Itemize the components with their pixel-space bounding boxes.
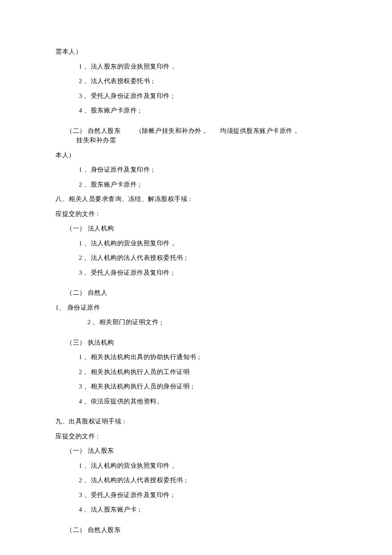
section-subtitle: 应提交的文件 : <box>55 209 337 219</box>
list-item: 4 、法人股东账户卡 ; <box>55 505 337 515</box>
section-title: 九、出具股权证明手续 : <box>55 417 337 426</box>
subsection-heading: （二） 自然人股东 <box>55 525 337 535</box>
list-item: 2 、相关部门的证明文件 ; <box>55 317 337 327</box>
continuation-text: 需本人） <box>55 47 337 57</box>
list-item: 2 、相关执法机构执行人员的工作证明 <box>55 367 337 377</box>
list-item: 1 、身份证原件及复印件 ; <box>55 165 337 175</box>
heading-seg: （除帐户挂失和补办外， <box>135 126 208 136</box>
section-subtitle: 应提交的文件 : <box>55 431 337 441</box>
list-item: 2 、法人代表授权委托书 ; <box>55 76 337 86</box>
list-item: 2 、法人机构的法人代表授权委托书 ; <box>55 253 337 263</box>
list-item: 4 、股东账户卡原件 ; <box>55 106 337 115</box>
list-item: 2 、法人机构的法人代表授权委托书 ; <box>55 475 337 485</box>
list-item: 1 、法人股东的营业执照复印件， <box>55 62 337 72</box>
list-item: 1 、相关执法机构出具的协助执行通知书 ; <box>55 352 337 362</box>
subsection-heading: （二） 自然人 <box>55 288 337 298</box>
list-item: 1 、法人机构的营业执照复印件， <box>55 239 337 248</box>
list-item: 2 、股东账户卡原件 ; <box>55 180 337 190</box>
list-item: 3 、受托人身份证原件及复印件 ; <box>55 91 337 101</box>
heading-seg: 挂失和补办需 <box>76 135 116 145</box>
list-item: 3 、受托人身份证原件及复印件 ; <box>55 268 337 278</box>
heading-seg: 均须提供股东账户卡原件， <box>220 126 299 136</box>
heading-seg: （二） 自然人股东 <box>66 126 121 136</box>
list-item: 1 、法人机构的营业执照复印件， <box>55 461 337 471</box>
subsection-heading: （一） 法人机构 <box>55 224 337 233</box>
subsection-heading: （三） 执法机构 <box>55 338 337 348</box>
subsection-heading: （一） 法人股东 <box>55 446 337 456</box>
list-item: 4 、依法应提供的其他资料。 <box>55 397 337 406</box>
heading-tail: 本人） <box>55 150 337 160</box>
list-item: 3 、相关执法机构执行人员的身份证明 ; <box>55 382 337 391</box>
list-item: 1、 身份证原件 <box>55 303 337 313</box>
section-title: 八、相关人员要求查询、冻结、解冻股权手续 : <box>55 194 337 204</box>
list-item: 3 、受托人身份证原件及复印件 ; <box>55 490 337 500</box>
subsection-heading: （二） 自然人股东 （除帐户挂失和补办外， 均须提供股东账户卡原件， 挂失和补办… <box>55 126 337 145</box>
